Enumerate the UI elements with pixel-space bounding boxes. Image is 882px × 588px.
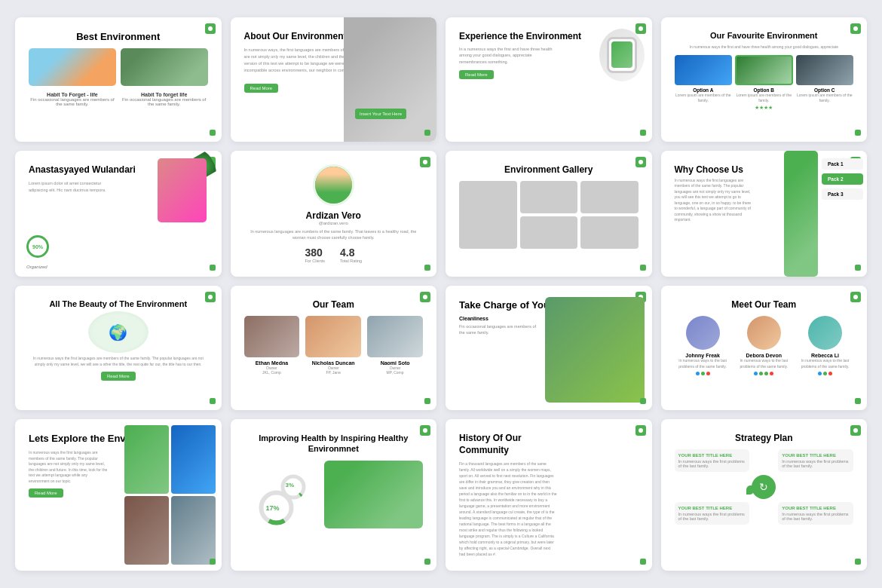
slide-6-text: In numerous languages are numbers of the… (244, 228, 424, 241)
pack-2-active[interactable]: Pack 2 (822, 173, 863, 185)
member-3-name: Naomi Soto (367, 360, 423, 366)
social-dots-3 (797, 372, 853, 375)
strategy-layout: YOUR BEST TITLE HERE In numerous ways th… (675, 449, 854, 525)
member-3-role: OwnerMP, Comp (367, 366, 423, 375)
watch-inner (607, 37, 637, 73)
team-member-2: Nicholas Duncan OwnerFP, Jane (305, 316, 361, 375)
dot-twitter (823, 372, 827, 375)
large-percent-label: 17% (266, 504, 280, 512)
slide-ardizan-vero: Ardizan Vero @ardizan.vero In numerous l… (231, 151, 437, 277)
meet-member-3-name: Rebecca Li (797, 353, 853, 358)
slide-lets-explore: Lets Explore the Environment In numerous… (15, 419, 222, 571)
stat-clients-num: 380 (305, 247, 325, 259)
option-b-stars: ★★★★ (735, 105, 793, 111)
corner-bottom (210, 559, 216, 565)
option-a-label: Option A (675, 87, 733, 93)
caption-right-text: Fin occasional languages are members of … (122, 97, 206, 106)
slide-our-team: Our Team Ethan Medna OwnerJKL, Comp Nich… (231, 286, 437, 410)
dot-facebook (818, 372, 822, 375)
slide-1-title: Best Environment (29, 31, 208, 42)
slide-7-title: Environment Gallery (459, 164, 639, 175)
strategy-box-3: YOUR BEST TITLE HERE In numerous ways th… (675, 502, 750, 525)
dot-instagram (770, 372, 773, 375)
stat-clients: 380 For Clients (305, 247, 325, 263)
corner-indicator (205, 23, 216, 34)
corner-bottom (855, 130, 861, 136)
slide-6-name: Ardizan Vero (244, 210, 424, 221)
slide-15-title: History Of Our Community (459, 433, 540, 456)
slide-13-text: In numerous ways the first languages are… (29, 450, 109, 484)
meet-member-3-text: In numerous ways to the last problems of… (797, 358, 853, 369)
strategy-box-3-text: In numerous ways the first problems of t… (678, 512, 746, 521)
explore-read-more-button[interactable]: Read More (29, 488, 63, 498)
strategy-box-2-label: YOUR BEST TITLE HERE (782, 453, 850, 458)
chart-area: 3% 17% (244, 461, 424, 528)
beach-image (29, 48, 116, 86)
meet-member-3: Rebecca Li In numerous ways to the last … (797, 316, 853, 375)
corner-indicator (850, 292, 861, 302)
gallery-image-4 (520, 216, 578, 249)
gallery-image-5 (580, 216, 639, 249)
meet-member-2-text: In numerous ways to the last problems of… (736, 358, 792, 369)
meet-member-1-text: In numerous ways to the last problems of… (675, 358, 731, 369)
dot-instagram (828, 372, 832, 375)
dot-facebook (754, 372, 758, 375)
about-image (344, 17, 436, 142)
insert-text-box: Insert Your Text Here (355, 109, 406, 119)
read-more-button[interactable]: Read More (101, 372, 136, 381)
gallery-image-2 (520, 181, 578, 213)
corner-bottom (424, 130, 430, 136)
slide-4-title: Our Favourite Environment (675, 31, 854, 40)
member-2-photo (305, 316, 361, 357)
corner-indicator (850, 23, 861, 34)
team-row: Ethan Medna OwnerJKL, Comp Nicholas Dunc… (244, 316, 424, 375)
corner-bottom (210, 398, 216, 404)
explore-img-4 (171, 496, 216, 565)
strategy-box-4-text: In numerous ways the first problems of t… (782, 512, 850, 521)
corner-indicator (635, 23, 646, 34)
caption-left: Habit To Forget - life Fin occasional la… (29, 92, 116, 106)
corner-bottom (855, 398, 861, 404)
corner-bottom (424, 559, 430, 565)
people-image (121, 48, 208, 86)
corner-bottom (640, 265, 646, 271)
slide-favourite-environment: Our Favourite Environment In numerous wa… (661, 17, 868, 142)
slide-14-title: Improving Health by Inspiring Healthy En… (244, 433, 424, 455)
strategy-box-4-label: YOUR BEST TITLE HERE (782, 506, 850, 510)
slide-about-environment: About Our Environment In numerous ways, … (231, 17, 437, 142)
map-icon: 🌍 (109, 323, 127, 341)
corner-bottom (640, 130, 646, 136)
option-a: Option A Lorem ipsum are members of the … (675, 55, 733, 111)
meet-member-3-photo (808, 316, 842, 350)
gallery-image-1 (459, 181, 517, 249)
explore-button[interactable]: Read More (459, 70, 494, 79)
meet-member-2: Debora Devon In numerous ways to the las… (736, 316, 792, 375)
pack-1[interactable]: Pack 1 (822, 158, 863, 170)
strategy-box-1: YOUR BEST TITLE HERE In numerous ways th… (675, 449, 750, 472)
option-c: Option C Lorem ipsum are members of the … (796, 55, 854, 111)
meet-member-2-name: Debora Devon (736, 353, 792, 358)
meet-member-1: Johnny Freak In numerous ways to the las… (675, 316, 731, 375)
slide-take-charge: Take Charge of Your Life. Cleanliness Fi… (446, 286, 652, 410)
member-1-photo (244, 316, 300, 357)
corner-indicator (420, 425, 430, 436)
slide-experience-environment: Experience the Environment In a numerous… (446, 17, 652, 142)
pack-3[interactable]: Pack 3 (822, 188, 863, 200)
corner-bottom (210, 130, 216, 136)
corner-indicator (850, 425, 861, 436)
slide-why-choose-us: Why Choose Us In numerous ways the first… (661, 151, 868, 277)
gallery-grid (459, 181, 639, 249)
slide-4-subtitle: In numerous ways the first and have thre… (675, 44, 854, 49)
read-more-button[interactable]: Read More (244, 84, 279, 93)
corner-indicator (205, 292, 216, 302)
slide-meet-our-team: Meet Our Team Johnny Freak In numerous w… (661, 286, 868, 410)
strategy-box-1-text: In numerous ways the first problems of t… (678, 459, 746, 468)
slide-9-text: In numerous ways the first languages are… (29, 356, 208, 367)
people-background-image (784, 151, 818, 277)
meet-team-row: Johnny Freak In numerous ways to the las… (675, 316, 854, 375)
member-2-role: OwnerFP, Jane (305, 366, 361, 375)
member-2-name: Nicholas Duncan (305, 360, 361, 366)
corner-bottom (640, 559, 646, 565)
leaf-icon-center (746, 485, 754, 495)
world-map: 🌍 (88, 311, 149, 353)
